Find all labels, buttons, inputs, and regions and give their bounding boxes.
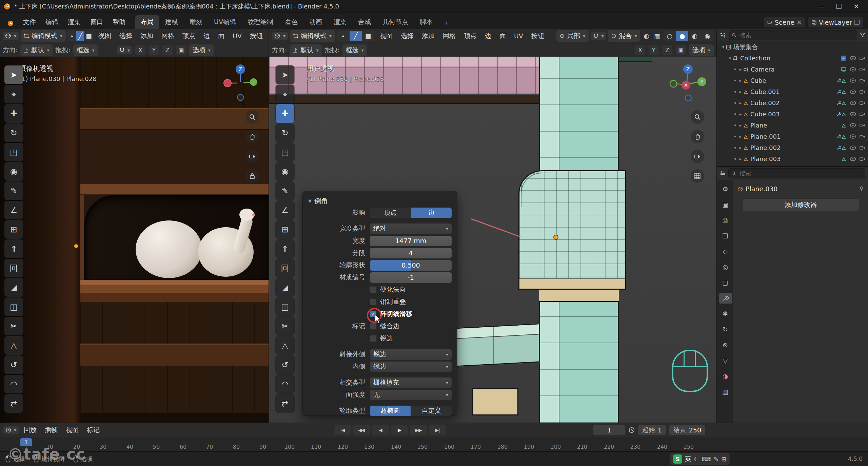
camera-view-icon[interactable] <box>691 150 704 163</box>
ime-pen-icon[interactable]: ✎ <box>713 455 718 463</box>
tab-output[interactable]: ⎙ <box>719 215 732 226</box>
navigation-gizmo[interactable]: Z <box>218 61 262 105</box>
tab-shading[interactable]: 着色 <box>279 15 303 29</box>
tab-scene[interactable]: ◇ <box>719 246 732 257</box>
axis-x-toggle[interactable]: X <box>135 45 145 55</box>
intersection-type-dropdown[interactable]: 栅格填充▾ <box>370 377 452 388</box>
tool-smooth[interactable]: ◠ <box>4 375 23 393</box>
timeline-menu-view[interactable]: 视图 <box>63 424 82 436</box>
tab-world[interactable]: ◎ <box>719 261 732 272</box>
menu-uv[interactable]: UV <box>511 31 526 41</box>
menu-edge[interactable]: 边 <box>200 30 213 42</box>
tool-annotate[interactable]: ✎ <box>276 181 294 200</box>
menu-face[interactable]: 面 <box>215 30 228 42</box>
menu-edit[interactable]: 编辑 <box>41 15 63 29</box>
vertex-select-button[interactable]: ∙ <box>68 31 76 41</box>
outliner-row-plane-003[interactable]: ▸ Plane.003 <box>717 153 868 164</box>
outliner-row-scene-collection[interactable]: ▾ 场景集合 <box>717 41 868 53</box>
editor-type-button[interactable]: ▾ <box>3 32 19 40</box>
collection-checkbox[interactable]: ✓ <box>841 55 846 61</box>
tool-move[interactable]: ✚ <box>276 104 294 123</box>
profile-custom-button[interactable]: 自定义 <box>411 406 452 416</box>
face-select-button[interactable]: ■ <box>362 31 374 41</box>
hide-eye-icon[interactable] <box>850 67 856 72</box>
timeline-menu-marker[interactable]: 标记 <box>84 424 103 436</box>
drag-dropdown[interactable]: 框选▾ <box>73 44 98 56</box>
tab-material[interactable]: ◑ <box>719 371 732 382</box>
shading-material-button[interactable]: ◐ <box>689 31 701 41</box>
tool-transform[interactable]: ◉ <box>276 162 294 181</box>
tool-scale[interactable]: ◳ <box>4 143 23 161</box>
ime-grid-icon[interactable]: ⊞ <box>721 455 726 463</box>
tool-inset-faces[interactable]: 回 <box>276 259 294 277</box>
properties-search[interactable] <box>728 168 865 178</box>
menu-mesh[interactable]: 网格 <box>440 30 459 42</box>
mark-sharps-checkbox[interactable] <box>370 335 377 342</box>
tool-extrude[interactable]: ⇑ <box>276 239 294 258</box>
tab-scripting[interactable]: 脚本 <box>414 15 438 29</box>
options-dropdown[interactable]: 选项▾ <box>189 44 214 56</box>
menu-extra[interactable]: 按钮 <box>528 30 547 42</box>
frame-end-field[interactable]: 结束250 <box>669 425 705 435</box>
tool-select-box[interactable]: ➤ <box>4 65 23 84</box>
width-type-dropdown[interactable]: 绝对▾ <box>370 224 452 234</box>
tab-view-layer[interactable]: ❏ <box>719 230 732 241</box>
menu-help[interactable]: 帮助 <box>108 15 130 29</box>
tab-tool[interactable]: ⚙ <box>719 183 732 194</box>
ime-lang-indicator[interactable]: 英 <box>685 455 691 463</box>
tool-annotate[interactable]: ✎ <box>4 181 23 200</box>
camera-lock-icon[interactable] <box>245 169 259 183</box>
shading-wireframe-button[interactable]: ○ <box>664 31 676 41</box>
render-visibility-icon[interactable] <box>860 67 865 72</box>
tool-edge-slide[interactable]: ⇄ <box>4 394 23 413</box>
tool-transform[interactable]: ◉ <box>4 162 23 181</box>
tool-cursor[interactable]: ⌖ <box>276 85 294 103</box>
tab-layout[interactable]: 布局 <box>135 15 159 29</box>
hide-eye-icon[interactable] <box>850 123 856 128</box>
ime-toolbar[interactable]: S 英 ☾ ⌨ ✎ ⊞ <box>670 453 730 465</box>
tool-loop-cut[interactable]: ◫ <box>276 297 294 316</box>
face-strength-dropdown[interactable]: 无▾ <box>370 390 452 400</box>
orientation-dropdown[interactable]: 默认▾ <box>290 44 322 56</box>
outliner-row-collection[interactable]: ▾ Collection ✓ <box>717 53 868 64</box>
zoom-icon[interactable] <box>245 110 259 124</box>
mode-dropdown[interactable]: 编辑模式▾ <box>21 30 66 42</box>
properties-search-input[interactable] <box>739 170 862 177</box>
tab-particles[interactable]: ✱ <box>719 308 732 319</box>
add-modifier-button[interactable]: 添加修改器 <box>742 198 859 211</box>
snap-dropdown[interactable]: ▾ <box>117 46 132 54</box>
sogou-icon[interactable]: S <box>673 454 682 464</box>
orientation-dropdown[interactable]: 默认▾ <box>20 44 53 56</box>
menu-extra[interactable]: 按钮 <box>247 30 266 42</box>
tab-object[interactable]: ▢ <box>719 277 732 288</box>
tab-physics[interactable]: ↻ <box>719 324 732 335</box>
outliner-search-input[interactable] <box>739 32 854 39</box>
overlays-toggle-icon[interactable]: ◐ <box>642 32 651 40</box>
pan-hand-icon[interactable] <box>691 130 704 143</box>
tab-texture-paint[interactable]: 纹理绘制 <box>242 15 279 29</box>
tab-geometry-nodes[interactable]: 几何节点 <box>377 15 414 29</box>
tab-animation[interactable]: 动画 <box>304 15 328 29</box>
tab-render[interactable]: ▣ <box>719 199 732 210</box>
axis-y-toggle[interactable]: Y <box>149 45 159 55</box>
menu-view[interactable]: 视图 <box>377 30 396 42</box>
outliner-editor-icon[interactable] <box>720 33 726 38</box>
options-dropdown[interactable]: 选项▾ <box>689 44 714 56</box>
tool-bevel[interactable]: ◢ <box>4 278 23 297</box>
user-viewport-canvas[interactable]: 用户透视 (1) Plane.030 | Plane.028 ➤ ⌖ ✚ ↻ ◳… <box>269 57 716 423</box>
tool-knife[interactable]: ✂ <box>4 317 23 335</box>
tool-spin[interactable]: ↺ <box>276 355 294 374</box>
frame-start-field[interactable]: 起始1 <box>638 425 666 435</box>
minimize-button[interactable]: — <box>817 2 824 11</box>
hide-eye-icon[interactable] <box>850 157 856 161</box>
camera-view-icon[interactable] <box>245 150 259 163</box>
maximize-button[interactable]: ☐ <box>836 2 842 11</box>
falloff-dropdown[interactable]: 混合▾ <box>608 30 640 42</box>
outliner-row-plane-001[interactable]: ▸ Plane.001 <box>717 131 868 142</box>
grid-toggle-icon[interactable] <box>691 169 704 183</box>
tool-inset-faces[interactable]: 回 <box>4 259 23 277</box>
hide-eye-icon[interactable] <box>850 56 856 60</box>
render-visibility-icon[interactable] <box>860 78 865 83</box>
timeline-menu-keying[interactable]: 插帧 <box>42 424 61 436</box>
miter-outer-dropdown[interactable]: 锐边▾ <box>370 349 452 360</box>
